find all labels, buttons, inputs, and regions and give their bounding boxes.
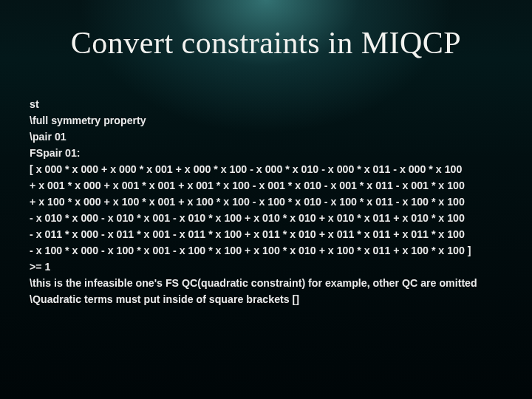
code-line: \Quadratic terms must put inside of squa… (30, 291, 510, 307)
code-line: - x 010 * x 000 - x 010 * x 001 - x 010 … (30, 210, 510, 226)
code-line: \full symmetry property (30, 112, 510, 129)
code-line: >= 1 (30, 259, 510, 275)
code-line: - x 100 * x 000 - x 100 * x 001 - x 100 … (30, 242, 510, 259)
code-line: + x 001 * x 000 + x 001 * x 001 + x 001 … (30, 177, 510, 194)
slide-title: Convert constraints in MIQCP (0, 0, 532, 61)
code-line: - x 011 * x 000 - x 011 * x 001 - x 011 … (30, 226, 510, 242)
code-line: \pair 01 (30, 129, 510, 145)
slide-body: st \full symmetry property \pair 01 FSpa… (30, 96, 510, 307)
code-line: \this is the infeasible one's FS QC(quad… (30, 275, 510, 291)
code-line: FSpair 01: (30, 145, 510, 161)
code-line: [ x 000 * x 000 + x 000 * x 001 + x 000 … (30, 161, 510, 177)
code-line: + x 100 * x 000 + x 100 * x 001 + x 100 … (30, 194, 510, 210)
code-line: st (30, 96, 510, 112)
